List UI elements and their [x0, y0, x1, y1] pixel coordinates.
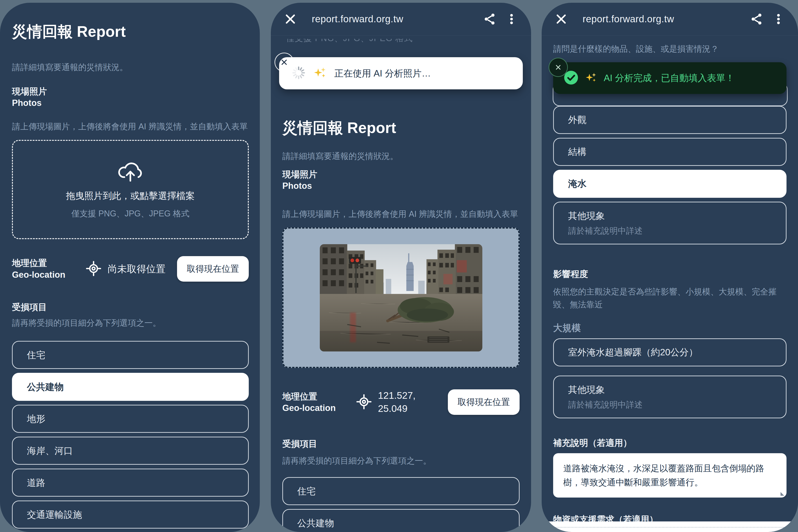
option-structure[interactable]: 結構 [553, 138, 786, 166]
condition-options-list: 外觀 結構 淹水 其他現象 請於補充說明中詳述 [553, 106, 786, 244]
photos-section-label: 現場照片 Photos [12, 86, 249, 109]
option-placeholder: 請於補充說明中詳述 [568, 399, 642, 411]
address-bar[interactable]: report.forward.org.tw [583, 14, 741, 24]
geo-location-row: 地理位置 Geo-location 尚未取得位置 取得現在位置 [12, 256, 249, 282]
option-other-phenomena[interactable]: 其他現象 請於補充說明中詳述 [553, 202, 786, 244]
page-title: 災情回報 Report [12, 22, 249, 41]
geo-location-row: 地理位置 Geo-location 121.527, 25.049 取得現在位置 [282, 389, 520, 415]
address-bar[interactable]: report.forward.org.tw [312, 14, 474, 24]
cloud-upload-icon [116, 160, 145, 184]
supplies-textarea[interactable] [542, 521, 798, 532]
menu-kebab-icon[interactable] [505, 13, 518, 25]
phone-app-view: 災情回報 Report 請詳細填寫要通報的災情狀況。 現場照片 Photos 請… [0, 3, 260, 532]
photos-section-label: 現場照片 Photos [282, 169, 520, 192]
phone-browser-analyzing: report.forward.org.tw 僅支援 PNG、JPG、JPEG 格… [271, 3, 531, 532]
option-terrain[interactable]: 地形 [12, 405, 249, 433]
toast-message: AI 分析完成，已自動填入表單！ [604, 72, 734, 84]
impact-options-list: 室外淹水超過腳踝（約20公分） 其他現象 請於補充說明中詳述 [553, 338, 786, 418]
share-icon[interactable] [483, 13, 496, 25]
menu-kebab-icon[interactable] [772, 13, 785, 25]
get-location-button[interactable]: 取得現在位置 [448, 390, 520, 415]
resize-handle[interactable] [781, 492, 784, 496]
toast-close-icon[interactable] [274, 53, 294, 72]
damage-section-label: 受損項目 [282, 438, 520, 450]
page-title: 災情回報 Report [282, 119, 520, 137]
geo-coordinates: 121.527, 25.049 [378, 389, 416, 415]
spinner-icon [291, 66, 306, 81]
option-appearance[interactable]: 外觀 [553, 106, 786, 134]
page-subtitle: 請詳細填寫要通報的災情狀況。 [12, 61, 249, 74]
close-icon[interactable] [555, 13, 567, 25]
option-flooding[interactable]: 淹水 [553, 170, 786, 198]
toast-message: 正在使用 AI 分析照片… [334, 67, 431, 80]
flood-photo [320, 244, 482, 352]
get-location-button[interactable]: 取得現在位置 [177, 256, 249, 282]
share-icon[interactable] [750, 13, 763, 25]
page-subtitle: 請詳細填寫要通報的災情狀況。 [282, 150, 520, 163]
option-residence[interactable]: 住宅 [282, 477, 520, 505]
option-transport-facility[interactable]: 交通運輸設施 [12, 500, 249, 529]
photo-dropzone-filled[interactable] [282, 227, 520, 368]
notes-label: 補充說明（若適用） [553, 437, 786, 449]
damage-options-list: 住宅 公共建物 地形 海岸、河口 道路 交通運輸設施 [12, 341, 249, 529]
sparkles-icon [585, 72, 597, 84]
damage-options-list: 住宅 公共建物 [282, 477, 520, 532]
ai-complete-toast: AI 分析完成，已自動填入表單！ [553, 62, 786, 94]
clipped-scrolled-text: 僅支援 PNG、JPG、JPEG 格式 [286, 39, 520, 44]
notes-value: 道路被淹水淹沒，水深足以覆蓋路面且包含倒塌的路樹，導致交通中斷和嚴重影響通行。 [563, 461, 776, 490]
toast-close-icon[interactable] [548, 58, 568, 77]
option-coast-estuary[interactable]: 海岸、河口 [12, 437, 249, 465]
question-hint: 請問是什麼樣的物品、設施、或是損害情況？ [553, 42, 786, 55]
option-public-building[interactable]: 公共建物 [12, 373, 249, 401]
option-public-building[interactable]: 公共建物 [282, 509, 520, 532]
option-residence[interactable]: 住宅 [12, 341, 249, 369]
photo-dropzone[interactable]: 拖曳照片到此，或點擊選擇檔案 僅支援 PNG、JPG、JPEG 格式 [12, 140, 249, 239]
geo-label: 地理位置 Geo-location [12, 257, 86, 280]
option-outdoor-flood-ankle[interactable]: 室外淹水超過腳踝（約20公分） [553, 338, 786, 366]
notes-textarea[interactable]: 道路被淹水淹沒，水深足以覆蓋路面且包含倒塌的路樹，導致交通中斷和嚴重影響通行。 [553, 453, 786, 498]
upload-hint: 請上傳現場圖片，上傳後將會使用 AI 辨識災情，並自動填入表單 [12, 120, 249, 133]
damage-hint: 請再將受損的項目細分為下列選項之一。 [282, 454, 520, 467]
locate-crosshair-icon [356, 394, 371, 410]
dropzone-formats: 僅支援 PNG、JPG、JPEG 格式 [71, 208, 189, 220]
browser-bar: report.forward.org.tw [271, 3, 531, 36]
geo-label: 地理位置 Geo-location [282, 391, 356, 414]
damage-section-label: 受損項目 [12, 301, 249, 313]
ai-analyzing-toast: 正在使用 AI 分析照片… [279, 57, 523, 89]
damage-hint: 請再將受損的項目細分為下列選項之一。 [12, 317, 249, 329]
phone-browser-complete: report.forward.org.tw 請問是什麼樣的物品、設施、或是損害情… [542, 3, 798, 532]
sparkles-icon [313, 66, 326, 80]
textarea-dotted-line [542, 527, 798, 528]
option-other-phenomena[interactable]: 其他現象 請於補充說明中詳述 [553, 376, 786, 418]
locate-crosshair-icon [86, 261, 101, 277]
option-placeholder: 請於補充說明中詳述 [568, 225, 642, 236]
geo-status: 尚未取得位置 [108, 263, 165, 276]
browser-bar: report.forward.org.tw [542, 3, 798, 36]
impact-level-label: 大規模 [553, 322, 786, 334]
dropzone-text: 拖曳照片到此，或點擊選擇檔案 [66, 190, 195, 202]
upload-hint: 請上傳現場圖片，上傳後將會使用 AI 辨識災情，並自動填入表單 [282, 208, 520, 221]
screenshot-canvas: 災情回報 Report 請詳細填寫要通報的災情狀況。 現場照片 Photos 請… [0, 0, 798, 532]
option-road[interactable]: 道路 [12, 469, 249, 497]
close-icon[interactable] [284, 13, 296, 25]
impact-section-label: 影響程度 [553, 268, 786, 280]
impact-hint: 依照您的主觀決定是否為些許影響、小規模、大規模、完全摧毀、無法靠近 [553, 285, 786, 311]
